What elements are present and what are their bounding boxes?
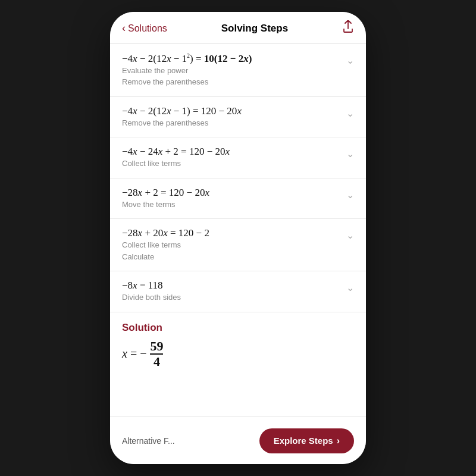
step-1[interactable]: −4x − 2(12x − 12) = 10(12 − 2x) Evaluate… xyxy=(110,44,366,97)
step-4-equation: −28x + 2 = 120 − 20x xyxy=(122,187,340,199)
arrow-icon: › xyxy=(337,436,340,446)
expand-icon-1: ⌄ xyxy=(346,55,354,66)
expand-icon-3: ⌄ xyxy=(346,148,354,159)
fraction-denominator: 4 xyxy=(154,355,160,368)
explore-label: Explore Steps xyxy=(274,436,333,446)
solution-x-prefix: x = − xyxy=(122,347,146,361)
page-title: Solving Steps xyxy=(221,23,288,35)
steps-content: −4x − 2(12x − 12) = 10(12 − 2x) Evaluate… xyxy=(110,44,366,415)
step-2-left: −4x − 2(12x − 1) = 120 − 20x Remove the … xyxy=(122,105,340,129)
step-3-equation: −4x − 24x + 2 = 120 − 20x xyxy=(122,146,340,158)
step-3-left: −4x − 24x + 2 = 120 − 20x Collect like t… xyxy=(122,146,340,170)
expand-icon-2: ⌄ xyxy=(346,108,354,119)
expand-icon-4: ⌄ xyxy=(346,189,354,201)
step-5[interactable]: −28x + 20x = 120 − 2 Collect like termsC… xyxy=(110,219,366,271)
back-label: Solutions xyxy=(128,23,167,34)
step-1-left: −4x − 2(12x − 12) = 10(12 − 2x) Evaluate… xyxy=(122,52,340,88)
step-6-left: −8x = 118 Divide both sides xyxy=(122,280,340,303)
step-1-desc: Evaluate the powerRemove the parentheses xyxy=(122,65,340,88)
step-2[interactable]: −4x − 2(12x − 1) = 120 − 20x Remove the … xyxy=(110,97,366,138)
step-5-left: −28x + 20x = 120 − 2 Collect like termsC… xyxy=(122,227,340,262)
step-1-equation: −4x − 2(12x − 12) = 10(12 − 2x) xyxy=(122,52,340,65)
expand-icon-6: ⌄ xyxy=(346,282,354,293)
back-button[interactable]: ‹ Solutions xyxy=(122,22,167,35)
step-4-desc: Move the terms xyxy=(122,199,340,211)
solution-fraction: 59 4 xyxy=(150,340,163,368)
header: ‹ Solutions Solving Steps xyxy=(110,12,366,44)
step-6[interactable]: −8x = 118 Divide both sides ⌄ xyxy=(110,271,366,312)
step-3[interactable]: −4x − 24x + 2 = 120 − 20x Collect like t… xyxy=(110,137,366,178)
fraction-numerator: 59 xyxy=(150,340,163,355)
share-button[interactable] xyxy=(342,20,354,36)
step-4[interactable]: −28x + 2 = 120 − 20x Move the terms ⌄ xyxy=(110,178,366,220)
step-6-equation: −8x = 118 xyxy=(122,280,340,292)
expand-icon-5: ⌄ xyxy=(346,230,354,241)
footer-bar: Alternative F... Explore Steps › xyxy=(110,416,366,464)
step-5-equation: −28x + 20x = 120 − 2 xyxy=(122,227,340,239)
chevron-left-icon: ‹ xyxy=(122,22,126,35)
solution-label: Solution xyxy=(122,322,354,334)
step-5-desc: Collect like termsCalculate xyxy=(122,239,340,262)
alternative-text: Alternative F... xyxy=(122,436,252,446)
explore-button[interactable]: Explore Steps › xyxy=(259,428,354,453)
solution-math: x = − 59 4 xyxy=(122,340,354,368)
step-6-desc: Divide both sides xyxy=(122,292,340,303)
step-4-left: −28x + 2 = 120 − 20x Move the terms xyxy=(122,187,340,211)
step-2-desc: Remove the parentheses xyxy=(122,117,340,129)
step-3-desc: Collect like terms xyxy=(122,158,340,170)
solution-section: Solution x = − 59 4 xyxy=(110,312,366,374)
step-2-equation: −4x − 2(12x − 1) = 120 − 20x xyxy=(122,105,340,117)
